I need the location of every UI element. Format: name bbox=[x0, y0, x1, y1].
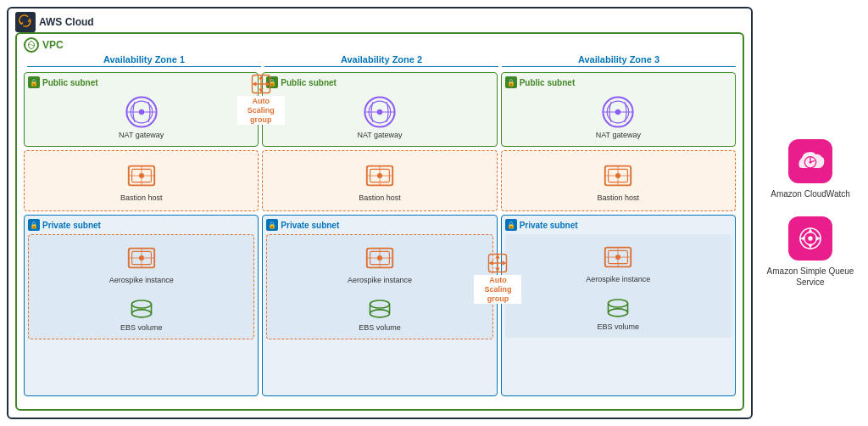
az2-nat-icon bbox=[363, 95, 397, 129]
svg-marker-23 bbox=[259, 76, 264, 80]
svg-point-19 bbox=[131, 310, 151, 317]
az2-aerospike-content: Aerospike instance bbox=[270, 238, 488, 288]
svg-marker-49 bbox=[496, 268, 501, 272]
az3-public-label: 🔒 Public subnet bbox=[505, 76, 732, 88]
az2-public-subnet: 🔒 Public subnet bbox=[262, 72, 497, 147]
az2-title: Availability Zone 2 bbox=[264, 54, 498, 67]
az1-bastion-content: Bastion host bbox=[120, 156, 163, 205]
svg-point-40 bbox=[377, 255, 382, 261]
cloudwatch-service: Amazon CloudWatch bbox=[771, 139, 850, 199]
vpc-box: VPC Availability Zone 1 Availability Zon… bbox=[15, 32, 744, 411]
az1-private-subnet: 🔒 Private subnet bbox=[24, 215, 259, 396]
sqs-service: Amazon Simple Queue Service bbox=[760, 216, 861, 288]
az3-bastion-icon bbox=[602, 160, 634, 192]
az1-ebs-label: EBS volume bbox=[120, 323, 163, 332]
az2-ebs-icon bbox=[366, 294, 393, 322]
az2-bastion-label: Bastion host bbox=[359, 193, 401, 202]
az3-nat-icon bbox=[601, 95, 635, 129]
svg-point-16 bbox=[131, 300, 151, 308]
svg-point-5 bbox=[138, 109, 143, 115]
az2-bastion-content: Bastion host bbox=[359, 156, 401, 205]
svg-point-60 bbox=[615, 173, 620, 178]
az-header: Availability Zone 1 Availability Zone 2 … bbox=[24, 54, 736, 67]
az2-ebs-content: EBS volume bbox=[270, 291, 488, 335]
az1-title: Availability Zone 1 bbox=[27, 54, 261, 67]
az3-aerospike-label: Aerospike instance bbox=[586, 275, 650, 283]
svg-point-15 bbox=[139, 255, 144, 261]
az3-public-lock-icon: 🔒 bbox=[505, 76, 517, 88]
az1-private-label: 🔒 Private subnet bbox=[28, 219, 254, 231]
svg-marker-24 bbox=[259, 89, 264, 93]
vpc-text: VPC bbox=[42, 39, 64, 51]
az1-column: 🔒 Public subnet bbox=[24, 72, 259, 396]
auto-scaling-icon-1 bbox=[249, 72, 273, 96]
az3-bastion-section: Bastion host bbox=[501, 150, 736, 211]
svg-marker-26 bbox=[265, 81, 270, 87]
az3-private-label: 🔒 Private subnet bbox=[505, 219, 732, 231]
svg-marker-50 bbox=[489, 261, 493, 266]
svg-marker-51 bbox=[503, 261, 507, 266]
cloudwatch-label: Amazon CloudWatch bbox=[771, 188, 850, 199]
az1-aerospike-content: Aerospike instance bbox=[32, 238, 250, 288]
az2-nat-content: NAT gateway bbox=[266, 92, 492, 143]
az1-nat-label: NAT gateway bbox=[119, 131, 164, 139]
svg-point-41 bbox=[370, 300, 389, 308]
auto-scaling-group-2-container: Auto Scalinggroup bbox=[474, 251, 521, 304]
az2-private-label: 🔒 Private subnet bbox=[266, 219, 492, 231]
az3-bastion-content: Bastion host bbox=[598, 156, 640, 205]
az3-bastion-label: Bastion host bbox=[598, 193, 640, 202]
az1-bastion-icon bbox=[125, 160, 158, 192]
az3-private-subnet: 🔒 Private subnet bbox=[501, 215, 736, 396]
svg-point-10 bbox=[139, 173, 144, 178]
aws-logo bbox=[15, 12, 36, 32]
aws-cloud-label: AWS Cloud bbox=[15, 12, 94, 32]
svg-point-81 bbox=[808, 236, 812, 240]
az3-public-subnet: 🔒 Public subnet bbox=[501, 72, 736, 147]
az2-ebs-label: EBS volume bbox=[359, 323, 401, 332]
main-grid: 🔒 Public subnet bbox=[24, 72, 736, 396]
auto-scaling-group-1-container: Auto Scalinggroup bbox=[237, 72, 285, 125]
az2-public-label: 🔒 Public subnet bbox=[266, 76, 492, 88]
svg-point-69 bbox=[609, 309, 628, 317]
az3-ebs-label: EBS volume bbox=[598, 322, 640, 331]
vpc-label: VPC bbox=[24, 37, 64, 53]
az1-bastion-section: Bastion host bbox=[24, 150, 259, 211]
az1-ebs-icon bbox=[128, 294, 155, 322]
az3-aerospike-content: Aerospike instance bbox=[509, 238, 728, 287]
az3-title: Availability Zone 3 bbox=[502, 54, 736, 67]
az3-nat-label: NAT gateway bbox=[596, 131, 641, 139]
az2-aerospike-icon bbox=[364, 242, 396, 274]
svg-point-66 bbox=[609, 300, 628, 307]
svg-point-44 bbox=[370, 310, 389, 317]
aws-cloud-box: AWS Cloud VPC Availability Zone 1 Availa… bbox=[7, 7, 753, 419]
az2-nat-label: NAT gateway bbox=[357, 131, 402, 139]
az1-public-label: 🔒 Public subnet bbox=[28, 76, 254, 88]
az3-ebs-content: EBS volume bbox=[509, 290, 728, 334]
az1-nat-content: NAT gateway bbox=[28, 92, 254, 143]
az1-ebs-content: EBS volume bbox=[32, 291, 250, 335]
diagram-container: AWS Cloud VPC Availability Zone 1 Availa… bbox=[0, 0, 868, 426]
svg-point-35 bbox=[377, 173, 382, 178]
az2-private-subnet: 🔒 Private subnet bbox=[262, 215, 497, 396]
az2-bastion-icon bbox=[364, 160, 396, 192]
az3-private-lock-icon: 🔒 bbox=[505, 219, 517, 231]
az1-nat-icon bbox=[125, 95, 159, 129]
az2-aerospike-label: Aerospike instance bbox=[348, 276, 412, 284]
az3-column: 🔒 Public subnet bbox=[501, 72, 736, 396]
az3-ebs-icon bbox=[604, 294, 632, 321]
auto-scaling-label-1: Auto Scalinggroup bbox=[237, 96, 285, 125]
az3-aerospike-icon bbox=[602, 241, 634, 273]
svg-point-74 bbox=[810, 153, 812, 155]
svg-marker-25 bbox=[252, 81, 256, 87]
cloudwatch-icon bbox=[788, 139, 832, 183]
svg-marker-48 bbox=[496, 255, 501, 259]
cloudwatch-svg bbox=[793, 144, 827, 178]
right-sidebar: Amazon CloudWatch Amazon Simple Queue Se… bbox=[760, 7, 861, 419]
svg-point-55 bbox=[615, 109, 620, 115]
auto-scaling-label-2: Auto Scalinggroup bbox=[474, 275, 521, 304]
auto-scaling-icon-2 bbox=[486, 251, 509, 275]
svg-point-73 bbox=[810, 161, 812, 164]
sqs-icon bbox=[788, 216, 832, 261]
az1-aerospike-label: Aerospike instance bbox=[109, 276, 174, 284]
svg-point-30 bbox=[377, 109, 382, 115]
